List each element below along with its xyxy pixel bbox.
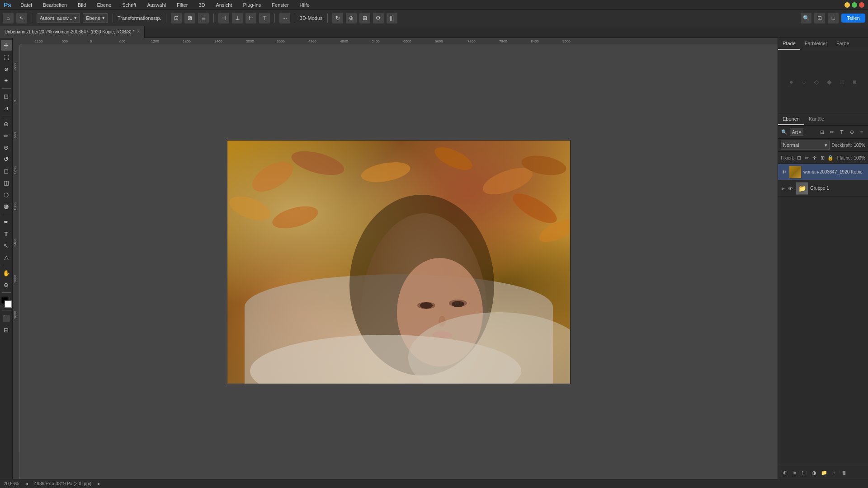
lasso-tool[interactable]: ⌀ bbox=[1, 63, 12, 74]
menu-item-schrift[interactable]: Schrift bbox=[120, 1, 138, 9]
move-tool[interactable]: ✛ bbox=[1, 40, 12, 51]
history-brush-tool[interactable]: ↺ bbox=[1, 154, 12, 164]
camera-icon[interactable]: ⊞ bbox=[359, 13, 370, 23]
document-tab[interactable]: Unbenannt-1 bei 20,7% (woman-2003647_192… bbox=[0, 26, 145, 38]
healing-brush-tool[interactable]: ⊕ bbox=[1, 118, 12, 129]
auto-select-dropdown[interactable]: Autom. ausw... ▾ bbox=[37, 13, 80, 23]
menu-item-ansicht[interactable]: Ansicht bbox=[214, 1, 234, 9]
layer-name-woman: woman-2003647_1920 Kopie bbox=[803, 169, 866, 174]
lock-all-icon[interactable]: ⊡ bbox=[796, 153, 802, 162]
screen-mode-tool[interactable]: ⊟ bbox=[1, 324, 12, 335]
canvas-scroll-area[interactable]: -600 0 600 1200 1800 2400 3000 3600 bbox=[13, 45, 778, 479]
share-button[interactable]: Teilen bbox=[841, 14, 865, 23]
hand-tool[interactable]: ✋ bbox=[1, 267, 12, 278]
new-layer-icon[interactable]: ⊞ bbox=[817, 127, 826, 136]
delete-layer-button[interactable]: 🗑 bbox=[840, 468, 849, 477]
distribute-center-icon[interactable]: ⊥ bbox=[232, 13, 243, 23]
align-center-icon[interactable]: ⊠ bbox=[184, 13, 195, 23]
tab-farbe[interactable]: Farbe bbox=[832, 38, 854, 50]
layer-filter-dropdown[interactable]: Art ▾ bbox=[790, 128, 803, 136]
layer-item-woman[interactable]: 👁 woman-2003647_1920 Kopie bbox=[778, 164, 868, 180]
link-layer-icon[interactable]: ⊕ bbox=[847, 127, 856, 136]
menu-item-auswahl[interactable]: Auswahl bbox=[145, 1, 168, 9]
menu-item-hilfe[interactable]: Hilfe bbox=[298, 1, 311, 9]
tool-separator-2 bbox=[2, 116, 11, 116]
new-layer-bottom-button[interactable]: + bbox=[830, 468, 839, 477]
tab-pfade[interactable]: Pfade bbox=[778, 38, 800, 50]
clone-stamp-tool[interactable]: ⊛ bbox=[1, 142, 12, 153]
maximize-button[interactable] bbox=[852, 2, 857, 8]
dodge-tool[interactable]: ◍ bbox=[1, 201, 12, 211]
color-boxes[interactable] bbox=[1, 297, 12, 308]
layer-mode-dropdown[interactable]: Ebene ▾ bbox=[83, 13, 108, 23]
distribute-bottom-icon[interactable]: ⊤ bbox=[259, 13, 270, 23]
background-color[interactable] bbox=[5, 300, 12, 308]
search-icon-toolbar[interactable]: 🔍 bbox=[801, 13, 811, 23]
shape-tool[interactable]: △ bbox=[1, 252, 12, 263]
menu-item-filter[interactable]: Filter bbox=[175, 1, 189, 9]
magnet-icon[interactable]: ⊕ bbox=[346, 13, 357, 23]
pen-tool[interactable]: ✒ bbox=[1, 216, 12, 227]
tool-selector-icon[interactable]: ↖ bbox=[16, 13, 27, 23]
layer-eye-woman[interactable]: 👁 bbox=[780, 169, 787, 176]
menu-item-ebene[interactable]: Ebene bbox=[95, 1, 113, 9]
gradient-tool[interactable]: ◫ bbox=[1, 177, 12, 188]
magic-wand-tool[interactable]: ✦ bbox=[1, 75, 12, 86]
lock-pixels-icon[interactable]: ✏ bbox=[804, 153, 810, 162]
tab-farbfelder[interactable]: Farbfelder bbox=[800, 38, 832, 50]
zoom-tool[interactable]: ⊕ bbox=[1, 279, 12, 290]
eyedropper-tool[interactable]: ⊿ bbox=[1, 103, 12, 113]
mask-button[interactable]: ⬚ bbox=[800, 468, 809, 477]
more-layer-icon[interactable]: ≡ bbox=[857, 127, 866, 136]
tab-ebenen[interactable]: Ebenen bbox=[778, 113, 804, 125]
tab-kanaele[interactable]: Kanäle bbox=[804, 113, 829, 125]
brush-tool[interactable]: ✏ bbox=[1, 130, 12, 141]
lock-artboard-icon[interactable]: ⊞ bbox=[819, 153, 825, 162]
zoom-icon[interactable]: ⊡ bbox=[814, 13, 825, 23]
svg-text:1200: 1200 bbox=[151, 39, 159, 43]
fill-value[interactable]: 100% bbox=[854, 155, 865, 160]
group-arrow-icon[interactable]: ▶ bbox=[782, 186, 785, 191]
lock-position-icon[interactable]: ✛ bbox=[811, 153, 817, 162]
search-layers-icon[interactable]: 🔍 bbox=[780, 127, 789, 136]
layer-eye-gruppe[interactable]: 👁 bbox=[787, 185, 794, 192]
canvas-workspace[interactable] bbox=[20, 45, 778, 479]
fx-button[interactable]: fx bbox=[790, 468, 799, 477]
blur-tool[interactable]: ◌ bbox=[1, 189, 12, 200]
menu-item-3d[interactable]: 3D bbox=[197, 1, 207, 9]
adjustment-button[interactable]: ◑ bbox=[810, 468, 819, 477]
menu-item-bearbeiten[interactable]: Bearbeiten bbox=[41, 1, 69, 9]
more-options-icon[interactable]: ··· bbox=[279, 13, 290, 23]
link-layers-button[interactable]: ⊕ bbox=[780, 468, 789, 477]
distribute-right-icon[interactable]: ⊢ bbox=[245, 13, 256, 23]
svg-text:6000: 6000 bbox=[403, 39, 411, 43]
menu-item-plugins[interactable]: Plug-ins bbox=[241, 1, 263, 9]
menu-item-bild[interactable]: Bild bbox=[76, 1, 88, 9]
menu-item-datei[interactable]: Datei bbox=[19, 1, 34, 9]
blend-mode-dropdown[interactable]: Normal ▾ bbox=[781, 141, 830, 150]
layer-item-gruppe[interactable]: ▶ 👁 📁 Gruppe 1 bbox=[778, 180, 868, 197]
align-right-icon[interactable]: ≡ bbox=[198, 13, 209, 23]
align-left-icon[interactable]: ⊡ bbox=[171, 13, 182, 23]
path-select-tool[interactable]: ↖ bbox=[1, 240, 12, 251]
arrange-icon[interactable]: □ bbox=[828, 13, 839, 23]
filter-icon[interactable]: ||| bbox=[387, 13, 397, 23]
opacity-value[interactable]: 100% bbox=[854, 143, 865, 148]
rotate-icon[interactable]: ↻ bbox=[332, 13, 343, 23]
type-tool[interactable]: T bbox=[1, 228, 12, 239]
lock-all-icon2[interactable]: 🔒 bbox=[827, 153, 834, 162]
type-layer-icon[interactable]: T bbox=[837, 127, 846, 136]
eraser-tool[interactable]: ◻ bbox=[1, 165, 12, 176]
home-icon[interactable]: ⌂ bbox=[3, 13, 14, 23]
quick-mask-tool[interactable]: ⬛ bbox=[1, 313, 12, 324]
edit-layer-icon[interactable]: ✏ bbox=[827, 127, 836, 136]
tab-close-button[interactable]: × bbox=[137, 29, 140, 34]
minimize-button[interactable] bbox=[844, 2, 850, 8]
crop-tool[interactable]: ⊡ bbox=[1, 91, 12, 102]
distribute-left-icon[interactable]: ⊣ bbox=[218, 13, 229, 23]
close-button[interactable] bbox=[859, 2, 864, 8]
gear-icon[interactable]: ⚙ bbox=[373, 13, 384, 23]
group-button[interactable]: 📁 bbox=[820, 468, 829, 477]
menu-item-fenster[interactable]: Fenster bbox=[270, 1, 290, 9]
select-tool[interactable]: ⬚ bbox=[1, 52, 12, 62]
